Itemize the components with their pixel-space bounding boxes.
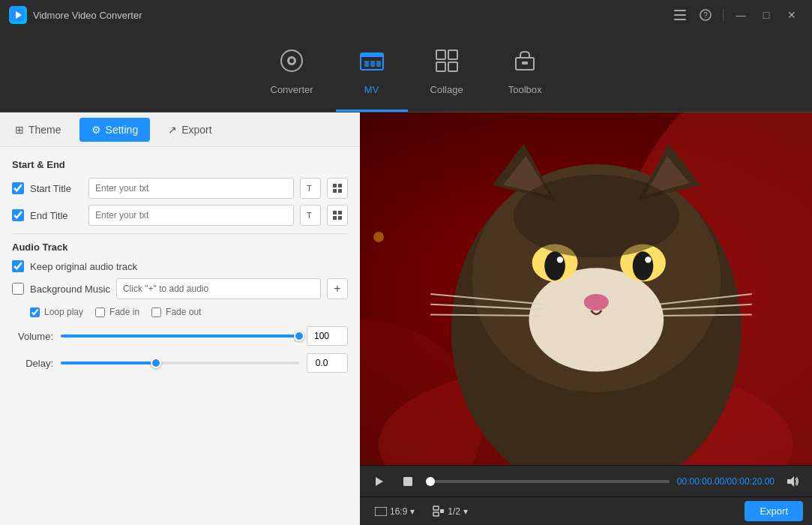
loop-play-checkbox[interactable] [30,308,40,317]
delay-slider-track[interactable] [61,362,299,364]
preview-area [360,112,812,465]
fade-in-label: Fade in [109,307,139,317]
svg-rect-23 [338,184,342,188]
volume-button[interactable] [782,471,803,492]
converter-label: Converter [271,84,313,95]
bg-music-checkbox[interactable] [12,283,24,295]
start-title-row: Start Title T [12,178,348,199]
loop-play-option: Loop play [30,307,83,317]
start-end-title: Start & End [12,159,348,170]
svg-rect-18 [448,62,457,71]
converter-icon [278,47,305,80]
scale-chevron-icon: ▾ [463,506,468,517]
progress-bar[interactable] [426,480,670,483]
svg-rect-27 [333,211,337,214]
svg-rect-15 [436,50,445,59]
app-title: Vidmore Video Converter [33,10,142,21]
maximize-button[interactable]: □ [755,6,778,24]
close-button[interactable]: ✕ [781,6,803,24]
add-audio-btn[interactable]: + [327,278,348,299]
nav-toolbox[interactable]: Toolbox [486,30,565,112]
volume-slider-track[interactable] [61,334,299,338]
help-button[interactable]: ? [694,6,717,24]
stop-button[interactable] [397,471,418,492]
start-title-checkbox[interactable] [12,182,24,194]
end-title-row: End Title T [12,205,348,226]
svg-rect-13 [370,61,375,67]
delay-input[interactable]: 0.0 [307,353,348,373]
menu-button[interactable] [669,6,691,24]
delay-row: Delay: 0.0 [12,353,348,373]
svg-line-54 [658,315,751,316]
svg-rect-3 [674,14,686,16]
svg-text:T: T [307,211,312,220]
svg-point-58 [373,232,384,242]
end-title-layout-btn[interactable] [327,205,348,226]
svg-rect-14 [376,61,381,67]
video-controls: 00:00:00.00/00:00:20.00 [360,465,812,496]
svg-point-43 [645,256,651,262]
video-bottom-controls: 16:9 ▾ 1/2 ▾ Export [360,496,812,525]
collage-label: Collage [430,84,463,95]
fade-out-option: Fade out [151,307,201,317]
svg-point-37 [529,268,664,371]
scale-button[interactable]: 1/2 ▾ [427,502,474,520]
audio-options-row: Loop play Fade in Fade out [12,307,348,317]
svg-rect-28 [338,211,342,214]
nav-bar: Converter MV Collage [0,30,812,112]
scale-label: 1/2 [448,506,460,517]
nav-mv[interactable]: MV [336,30,408,112]
tab-theme[interactable]: ⊞ Theme [3,118,73,142]
nav-converter[interactable]: Converter [248,30,336,112]
end-title-checkbox[interactable] [12,209,24,221]
end-title-font-btn[interactable]: T [300,205,321,226]
start-title-input[interactable] [88,178,294,199]
delay-label: Delay: [12,358,53,369]
title-bar: Vidmore Video Converter ? — □ ✕ [0,0,812,30]
svg-rect-29 [333,216,337,220]
toolbox-icon [511,47,538,80]
export-button[interactable]: Export [745,501,803,521]
tab-export[interactable]: ↗ Export [156,118,223,142]
bg-music-select[interactable]: Click "+" to add audio [116,278,321,299]
tab-setting-label: Setting [106,124,139,136]
svg-rect-12 [364,61,369,67]
keep-audio-checkbox[interactable] [12,260,24,272]
panel-content: Start & End Start Title T End Title T [0,147,360,525]
fade-in-checkbox[interactable] [95,308,105,317]
svg-rect-25 [338,189,342,193]
loop-play-label: Loop play [44,307,83,317]
volume-thumb[interactable] [294,331,304,341]
svg-point-42 [557,256,563,262]
volume-input[interactable]: 100 [307,326,348,346]
volume-fill [61,334,299,338]
svg-rect-17 [436,62,445,71]
delay-thumb[interactable] [151,358,161,368]
ratio-button[interactable]: 16:9 ▾ [369,503,421,520]
nav-collage[interactable]: Collage [408,30,486,112]
play-button[interactable] [369,471,390,492]
ratio-chevron-icon: ▾ [410,506,415,517]
main-content: ⊞ Theme ⚙ Setting ↗ Export Start & End S… [0,112,812,525]
svg-rect-65 [440,509,444,513]
tab-theme-label: Theme [28,124,61,136]
end-title-input[interactable] [88,205,294,226]
svg-rect-64 [433,512,439,516]
tab-setting[interactable]: ⚙ Setting [79,118,151,142]
svg-rect-22 [333,184,337,188]
theme-icon: ⊞ [15,124,24,136]
svg-rect-11 [361,53,383,57]
separator [723,9,724,21]
delay-fill [61,362,156,364]
bg-music-label: Background Music [30,284,110,295]
bg-music-row: Background Music Click "+" to add audio … [12,278,348,299]
svg-rect-20 [522,62,528,64]
start-title-font-btn[interactable]: T [300,178,321,199]
left-panel: ⊞ Theme ⚙ Setting ↗ Export Start & End S… [0,112,360,525]
start-title-layout-btn[interactable] [327,178,348,199]
fade-out-checkbox[interactable] [151,308,161,317]
minimize-button[interactable]: — [730,6,752,24]
svg-rect-16 [448,50,457,59]
keep-audio-label: Keep original audio track [30,261,137,272]
svg-line-51 [430,315,541,316]
